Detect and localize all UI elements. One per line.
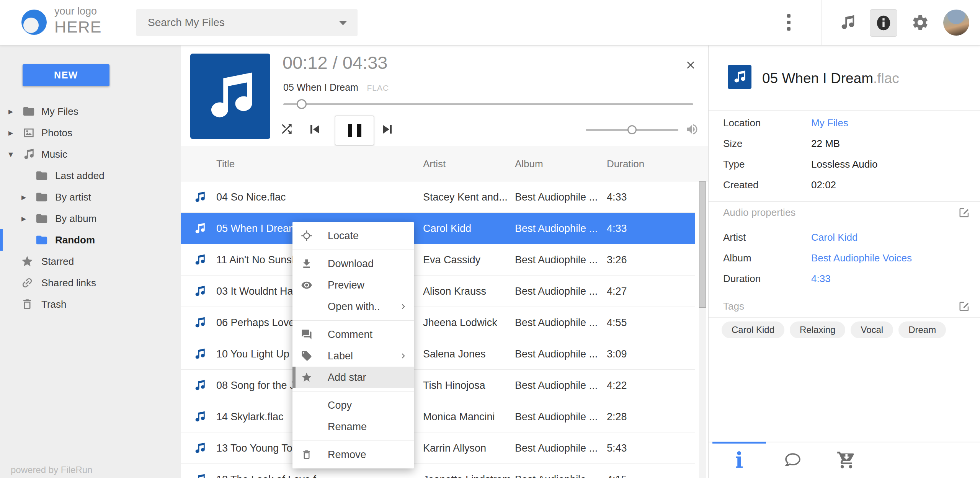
settings-button[interactable] (909, 0, 932, 45)
folder-blue-icon (35, 233, 48, 246)
table-row-05-when-i-dream[interactable]: 05 When I DreamCarol KiddBest Audiophile… (181, 213, 695, 244)
info-tab[interactable]: i (712, 442, 766, 478)
table-row-04-so-nice-flac[interactable]: 04 So Nice.flacStacey Kent and...Best Au… (181, 181, 695, 213)
link-icon (21, 276, 34, 289)
more-options-button[interactable] (787, 14, 791, 34)
file-name-title: 05 When I Dream.flac (762, 70, 899, 86)
folder-icon (35, 191, 48, 204)
menu-item-label: Download (328, 253, 374, 274)
menu-item-label: Add star (328, 367, 366, 388)
table-row-13-too-young-to[interactable]: 13 Too Young ToKarrin AllysonBest Audiop… (181, 432, 695, 464)
table-row-03-it-wouldnt-hav[interactable]: 03 It Wouldnt HavAlison KraussBest Audio… (181, 276, 695, 307)
info-panel-button[interactable] (870, 9, 897, 37)
context-menu-section: Locate (292, 222, 414, 250)
menu-item-locate[interactable]: Locate (292, 225, 414, 246)
pause-button[interactable] (335, 116, 374, 145)
table-scrollbar[interactable] (699, 181, 706, 478)
seek-slider-thumb[interactable] (297, 99, 307, 109)
column-header-album[interactable]: Album (515, 146, 543, 181)
menu-item-comment[interactable]: Comment (292, 324, 414, 345)
column-header-artist[interactable]: Artist (423, 146, 446, 181)
trash-icon (301, 449, 312, 460)
menu-item-copy[interactable]: Copy (292, 395, 414, 416)
menu-item-open-with[interactable]: Open with.. (292, 296, 414, 317)
detail-value-link[interactable]: My Files (811, 113, 848, 133)
column-header-title[interactable]: Title (216, 146, 235, 181)
previous-track-button[interactable] (306, 121, 323, 138)
volume-slider[interactable] (586, 129, 678, 131)
detail-value-link[interactable]: 4:33 (811, 268, 831, 289)
folder-icon (22, 105, 35, 118)
menu-item-label: Copy (328, 395, 352, 416)
audio-file-icon (193, 253, 206, 266)
shuffle-button[interactable] (279, 122, 294, 136)
table-row-12-the-look-of-love-f[interactable]: 12 The Look of Love.fJeanette LindstromB… (181, 464, 695, 478)
detail-value-link[interactable]: Best Audiophile Voices (811, 248, 912, 268)
tag-chip-relaxing[interactable]: Relaxing (790, 321, 845, 338)
menu-item-label: Preview (328, 274, 364, 296)
image-icon (22, 126, 35, 139)
table-row-11-ain-t-no-sunsh[interactable]: 11 Ain't No SunshEva CassidyBest Audioph… (181, 244, 695, 276)
expand-arrow-icon[interactable]: ▸ (8, 122, 13, 144)
menu-item-label[interactable]: Label (292, 345, 414, 367)
menu-item-add-star[interactable]: Add star (292, 367, 414, 388)
detail-value-link[interactable]: Carol Kidd (811, 227, 858, 248)
expand-arrow-icon[interactable]: ▸ (21, 208, 26, 229)
edit-tags-icon[interactable] (959, 300, 970, 312)
menu-item-preview[interactable]: Preview (292, 274, 414, 296)
info-icon: i (735, 449, 743, 471)
next-track-button[interactable] (379, 121, 396, 138)
context-menu-section: DownloadPreviewOpen with.. (292, 250, 414, 320)
sidebar-item-by-album[interactable]: ▸By album (0, 208, 181, 229)
comments-tab[interactable] (766, 442, 820, 478)
close-player-button[interactable] (684, 59, 697, 71)
tag-chip-dream[interactable]: Dream (898, 321, 946, 338)
user-avatar[interactable] (943, 10, 969, 36)
tag-chip-vocal[interactable]: Vocal (851, 321, 893, 338)
table-scrollbar-thumb[interactable] (699, 181, 706, 308)
new-button[interactable]: NEW (23, 64, 109, 86)
table-row-10-you-light-up-m[interactable]: 10 You Light Up MSalena JonesBest Audiop… (181, 338, 695, 370)
sidebar-item-random[interactable]: Random (0, 229, 181, 251)
table-row-14-skylark-flac[interactable]: 14 Skylark.flacMonica ManciniBest Audiop… (181, 401, 695, 432)
detail-row-artist: ArtistCarol Kidd (709, 227, 980, 248)
sidebar-item-by-artist[interactable]: ▸By artist (0, 186, 181, 208)
expand-arrow-icon[interactable]: ▸ (21, 186, 26, 208)
search-input[interactable]: Search My Files (136, 9, 358, 36)
sidebar-item-music[interactable]: ▾Music (0, 144, 181, 165)
sidebar-item-my-files[interactable]: ▸My Files (0, 101, 181, 122)
cell-album: Best Audiophile ... (515, 276, 598, 307)
column-header-duration[interactable]: Duration (607, 146, 644, 181)
menu-item-remove[interactable]: Remove (292, 444, 414, 465)
comment-bubble-icon (784, 451, 802, 469)
tag-chip-carol-kidd[interactable]: Carol Kidd (722, 321, 784, 338)
volume-icon[interactable] (685, 122, 699, 136)
sidebar-item-label: Photos (41, 122, 72, 144)
sidebar-item-shared-links[interactable]: Shared links (0, 272, 181, 294)
expand-arrow-icon[interactable]: ▸ (8, 101, 13, 122)
cell-duration: 3:26 (607, 244, 627, 276)
download-basket-tab[interactable] (820, 442, 873, 478)
sidebar-item-trash[interactable]: Trash (0, 294, 181, 315)
seek-slider[interactable] (283, 103, 693, 105)
track-title: 05 When I Dream (283, 82, 358, 93)
sidebar-item-photos[interactable]: ▸Photos (0, 122, 181, 144)
edit-audio-properties-icon[interactable] (959, 207, 970, 218)
star-icon (301, 372, 312, 383)
collapse-arrow-icon[interactable]: ▾ (8, 144, 13, 165)
audio-properties-list: ArtistCarol KiddAlbumBest Audiophile Voi… (709, 227, 980, 289)
menu-item-rename[interactable]: Rename (292, 416, 414, 437)
info-icon (875, 14, 892, 32)
sidebar-item-last-added[interactable]: Last added (0, 165, 181, 186)
table-row-06-perhaps-love[interactable]: 06 Perhaps Love.Jheena LodwickBest Audio… (181, 307, 695, 338)
detail-value: Lossless Audio (811, 154, 877, 175)
format-badge: FLAC (367, 83, 389, 92)
cell-album: Best Audiophile ... (515, 432, 598, 464)
music-player-button[interactable] (836, 0, 859, 45)
cell-artist: Monica Mancini (423, 401, 495, 432)
volume-slider-thumb[interactable] (627, 125, 637, 134)
audio-file-icon (193, 410, 206, 423)
menu-item-download[interactable]: Download (292, 253, 414, 274)
table-row-08-song-for-the-j[interactable]: 08 Song for the JTish HinojosaBest Audio… (181, 370, 695, 401)
sidebar-item-starred[interactable]: Starred (0, 251, 181, 272)
